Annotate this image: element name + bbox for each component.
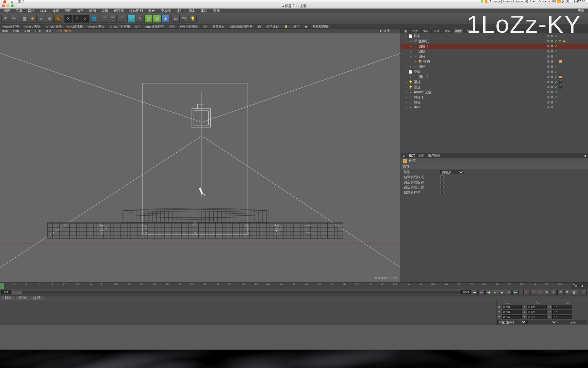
select-tool[interactable]: ▦ [20,15,28,23]
object-tags[interactable]: ✓ [547,34,588,38]
light-button[interactable]: 💡 [189,15,197,23]
object-row-样条[interactable]: ▸ 📄 样条 ✓ [401,33,588,39]
object-row-细分[interactable]: ▸ ○ 细分 ✓ [401,54,588,59]
arnold-Arnold 天空[interactable]: Arnold 天空 [22,25,43,29]
coord-pos-X[interactable] [502,305,522,309]
arnold-Tx[interactable]: Tx [201,25,209,29]
scale-tool[interactable]: ⤢ [37,15,45,23]
move-tool[interactable]: ✥ [29,15,37,23]
object-row-摄像机[interactable]: ▸ 🎬 摄像机 ✓ ⊘◆ [401,39,588,44]
coord-pos-Y[interactable] [502,310,522,314]
menu-跟踪器[interactable]: 跟踪器 [114,9,124,13]
arnold-Arnold 驱动[interactable]: Arnold 驱动 [86,25,107,29]
object-row-对称[interactable]: ▸ ○ 对称 ✓ [401,100,588,105]
object-row-Arnold 天空[interactable]: ▸ ☁ Arnold 天空 ✓ [401,90,588,95]
prev-frame-button[interactable]: ◀ [485,290,491,295]
deformer-bend[interactable]: ◈ [161,15,169,23]
generator-subdivide[interactable]: ▦ [144,15,152,23]
arnold-通用[interactable]: 通用 [291,25,302,29]
arnold-质量导出[interactable]: 质量导出 [210,25,227,29]
attr-checkbox[interactable] [440,175,444,179]
attr-tab-mode-icon[interactable]: ⊞ [403,154,406,157]
autokey-button[interactable]: ● [530,290,536,295]
frame-end-field[interactable]: 90 F [461,290,471,294]
object-row-克隆[interactable]: ▸ 📄 克隆 ✓ [401,69,588,74]
param-key-button[interactable]: P [564,290,570,295]
menu-样条[interactable]: 样条 [40,9,47,13]
traffic-lights[interactable] [2,4,14,7]
attr-tab-mode[interactable]: 模式 [409,153,415,158]
object-tags[interactable]: ✓ [547,44,588,48]
object-tags[interactable]: ✓ [547,60,588,63]
attr-tab-edit[interactable]: 编辑 [419,153,425,158]
menu-插件[interactable]: 插件 [176,9,183,13]
coord-mode-select[interactable]: 对象 (相对) [497,320,527,324]
object-tags[interactable]: ✓ [547,80,588,84]
obj-tab[interactable]: ⊞ [403,30,408,33]
spline-pen[interactable]: ✎ [136,15,144,23]
render-region[interactable]: 🎬 [109,15,117,23]
axis-z-toggle[interactable]: Z [81,15,89,23]
rotate-tool[interactable]: ⟲ [46,15,54,23]
object-row-管道[interactable]: ▸ 💡 管道 ✓ [401,85,588,90]
attr-select[interactable]: 贝塞尔 [440,170,464,174]
vp-options[interactable]: 选项 [24,29,30,33]
frame-start-field[interactable]: 0 F [1,290,11,294]
play-button[interactable]: ▶ [492,290,498,295]
arnold-DP[interactable]: DP [133,25,142,29]
arnold-◆[interactable]: ◆ [303,25,310,29]
maximize-icon[interactable] [11,4,14,7]
arnold-IPR 实时预览[interactable]: IPR 实时预览 [178,25,201,29]
coord-rot-X[interactable] [552,305,572,309]
viewport-nav-icons[interactable]: ✥⟲🔍▢⊞ [378,29,398,33]
next-frame-button[interactable]: ▶ [499,290,505,295]
rot-key-button[interactable]: ⟲ [557,290,564,295]
object-tags[interactable]: ✓ [547,101,588,104]
attr-checkbox[interactable] [440,191,444,194]
timeline-slider[interactable] [12,291,461,294]
object-tags[interactable]: ✓ [547,85,588,89]
object-row-扫描[interactable]: ▸ 📦 扫描 ✓ [401,59,588,64]
attr-checkbox[interactable] [440,186,444,189]
vp-camera[interactable]: 摄像 [2,29,8,33]
arnold-Arnold 摄像[interactable]: Arnold 摄像 [43,25,64,29]
redo-button[interactable]: ↷ [10,15,18,23]
generator-array[interactable]: ▦ [153,15,161,23]
arnold-Arnold 打光[interactable]: Arnold 打光 [1,25,21,29]
tab-texture[interactable]: 纹理 [30,296,44,300]
menu-动画[interactable]: 动画 [89,9,96,13]
object-tags[interactable]: ✓ [547,65,588,68]
object-tags[interactable]: ✓ ⊘◆ [547,39,588,43]
minimize-icon[interactable] [6,4,9,7]
arnold-加载/玻璃管理器[interactable]: 加载/玻璃管理器 [228,25,255,29]
menu-体积[interactable]: 体积 [52,9,59,13]
render-view[interactable]: 🎬 [100,15,108,23]
coord-rot-Y[interactable] [552,310,572,314]
undo-button[interactable]: ↶ [1,15,10,23]
menu-app[interactable]: D [11,0,14,3]
attr-tab-userdata[interactable]: 用户数据 [428,153,440,158]
axis-x-toggle[interactable]: X [64,15,72,23]
record-button[interactable]: ⊘ [523,290,529,295]
coord-size-X[interactable] [527,305,547,309]
object-row-圆柱[interactable]: ▸ ⬛ 圆柱 ✓ [401,49,588,54]
object-row-圆柱.1[interactable]: ▸ ⬛ 圆柱.1 ✓ [401,74,588,79]
coord-size-Z[interactable] [527,315,547,319]
pla-key-button[interactable]: ▦ [571,290,577,295]
next-key-button[interactable]: ⤍ [506,290,512,295]
goto-end-button[interactable]: ⏭ [512,290,519,295]
object-row-圆环[interactable]: ▸ ○ 圆环 ✓ [401,64,588,69]
viewport-3d[interactable]: + [0,33,401,282]
menu-layout[interactable]: 界面 [578,9,585,13]
object-tags[interactable]: ✓ [547,106,588,108]
arnold-双联双语版[interactable]: 双联双语版 [310,25,330,29]
obj-tab[interactable]: 查看 [432,29,441,33]
menu-帮助[interactable]: 帮助 [213,9,220,13]
obj-tab[interactable]: 编辑 [421,29,430,33]
arnold-保留缓存[interactable]: 保留缓存 [264,25,281,29]
menu-脚本[interactable]: 脚本 [189,9,195,13]
menu-流水线[interactable]: 流水线 [161,9,171,13]
arnold-IPR[interactable]: IPR [167,25,177,29]
obj-tab[interactable]: 书签 [465,29,474,33]
menu-角色[interactable]: 角色 [77,9,84,13]
